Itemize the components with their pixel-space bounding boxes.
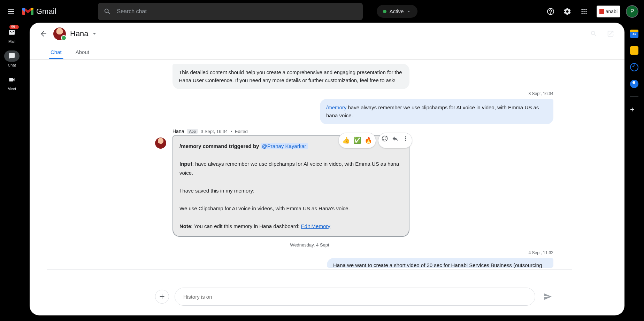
support-button[interactable] [544,5,558,18]
emoji-reactions: 👍 ✅ 🔥 [338,133,376,148]
divider [630,96,638,97]
rail-meet-label: Meet [8,87,16,91]
reaction-thumbsup[interactable]: 👍 [342,135,350,146]
message-input[interactable] [175,288,535,306]
gmail-logo[interactable]: Gmail [22,7,56,16]
svg-point-11 [385,138,386,138]
search-bar[interactable] [98,3,363,20]
status-pill[interactable]: Active [377,5,417,18]
svg-point-7 [583,13,584,14]
settings-button[interactable] [560,5,574,18]
svg-point-0 [581,9,582,10]
addons-button[interactable]: + [630,105,638,113]
message-user: /memory have always remember we use clip… [320,99,553,124]
gmail-text: Gmail [36,7,56,16]
reply-icon[interactable] [392,135,399,142]
tab-chat[interactable]: Chat [44,45,69,59]
status-text: Active [389,8,404,14]
svg-point-10 [384,138,384,138]
messages-scroll[interactable]: This detailed content should help you cr… [30,60,624,281]
message-timestamp: 3 Sept, 16:34 [64,91,555,96]
mail-badge: 99+ [9,25,19,29]
chat-icon [8,53,15,60]
svg-point-4 [583,11,584,12]
svg-point-13 [405,138,406,139]
contact-avatar[interactable] [53,28,66,40]
svg-point-8 [585,13,586,14]
svg-point-5 [585,11,586,12]
account-avatar[interactable]: P [626,5,638,18]
search-icon [104,8,111,15]
divider [47,269,572,269]
reaction-fire[interactable]: 🔥 [365,135,372,146]
edit-memory-link[interactable]: Edit Memory [301,223,330,229]
svg-point-6 [581,13,582,14]
rail-mail[interactable]: 99+ Mail [4,27,20,44]
org-badge[interactable]: anabi [597,6,620,17]
more-options-icon[interactable] [402,135,409,142]
rail-mail-label: Mail [8,39,15,44]
rail-chat-label: Chat [8,63,16,67]
attach-button[interactable] [155,290,169,304]
search-input[interactable] [117,8,357,15]
sender-avatar [155,138,166,149]
chat-search-button[interactable] [587,27,601,41]
org-text: anabi [606,9,618,14]
svg-point-14 [405,140,406,141]
main-menu-button[interactable] [3,3,20,20]
slash-command: /memory [326,104,346,110]
message-assistant: This detailed content should help you cr… [172,64,409,89]
user-mention[interactable]: @Pranay Kayarkar [261,143,308,149]
reaction-check[interactable]: ✅ [353,135,361,146]
meet-icon [8,76,15,83]
keep-app[interactable] [630,46,638,55]
chevron-down-icon [406,9,411,14]
svg-point-3 [581,11,582,12]
popout-button[interactable] [604,27,618,41]
message-timestamp: 4 Sept, 11:32 [64,250,555,255]
send-button[interactable] [541,290,555,304]
mail-icon [8,29,15,36]
calendar-app[interactable]: 31 [630,30,638,38]
rail-chat[interactable]: Chat [4,50,20,67]
org-logo-icon [599,9,604,14]
back-button[interactable] [37,27,51,41]
message-user: Hana we want to create a short video of … [327,258,553,268]
contacts-app[interactable] [630,80,638,88]
status-dot-icon [383,10,386,13]
svg-point-12 [405,136,406,137]
contact-menu-chevron[interactable] [91,31,98,37]
message-memory-card: 👍 ✅ 🔥 /memory command triggered by @Pran… [172,135,409,237]
rail-meet[interactable]: Meet [4,74,20,91]
contact-name: Hana [70,29,89,38]
add-reaction-icon[interactable] [381,135,388,142]
apps-button[interactable] [577,5,591,18]
tab-about[interactable]: About [69,45,96,59]
tasks-app[interactable] [630,63,638,71]
svg-point-1 [583,9,584,10]
svg-point-2 [585,9,586,10]
date-divider: Wednesday, 4 Sept [64,242,555,248]
